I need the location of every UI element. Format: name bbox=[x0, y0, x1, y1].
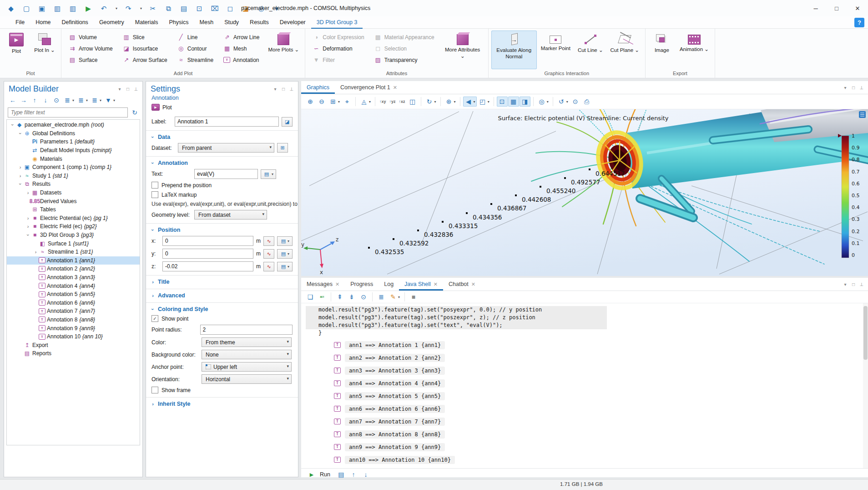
back-button[interactable] bbox=[8, 96, 18, 105]
undo-icon[interactable] bbox=[99, 4, 108, 13]
y-combo-button[interactable] bbox=[277, 249, 293, 259]
marker-point-button[interactable]: Marker Point bbox=[538, 31, 574, 69]
close-tab-icon[interactable] bbox=[471, 281, 475, 287]
show-button[interactable] bbox=[51, 96, 61, 105]
anchor-point-dropdown[interactable]: Upper left bbox=[202, 362, 292, 372]
float-panel-icon[interactable] bbox=[851, 85, 856, 90]
tree-item-pacemaker-electrode-mph[interactable]: pacemaker_electrode.mph(root) bbox=[7, 121, 140, 129]
close-button[interactable] bbox=[847, 0, 868, 16]
z-range-button[interactable] bbox=[263, 262, 274, 271]
tree-filter-input[interactable] bbox=[8, 107, 128, 117]
zoom-in-button[interactable] bbox=[305, 97, 316, 107]
close-tab-icon[interactable] bbox=[335, 281, 339, 287]
view-yz-button[interactable]: yz bbox=[388, 98, 397, 105]
latex-markup-checkbox[interactable] bbox=[151, 191, 158, 198]
tree-item-annotation-7[interactable]: Annotation 7{ann7} bbox=[7, 307, 140, 316]
point-radius-input[interactable] bbox=[200, 325, 293, 335]
zoom-extents-button[interactable] bbox=[342, 97, 353, 107]
tree-expander-icon[interactable] bbox=[25, 215, 31, 221]
ribbon-tab-geometry[interactable]: Geometry bbox=[94, 16, 130, 29]
console-toggle-icon[interactable] bbox=[337, 470, 345, 479]
tree-expander-icon[interactable] bbox=[17, 164, 23, 170]
ribbon-tab-study[interactable]: Study bbox=[219, 16, 244, 29]
tree-item-parameters-1[interactable]: PiParameters 1{default} bbox=[7, 138, 140, 146]
tree-expander-icon[interactable] bbox=[18, 181, 23, 187]
autoformat-button[interactable]: a= bbox=[317, 292, 328, 301]
tree-item-annotation-10[interactable]: Annotation 10{ann 10} bbox=[7, 332, 140, 341]
tree-item-annotation-1[interactable]: Annotation 1{ann1} bbox=[7, 256, 140, 265]
tree-item-study-1[interactable]: Study 1{std 1} bbox=[7, 172, 140, 180]
surface-button[interactable]: Surface bbox=[66, 54, 116, 66]
scroll-top-button[interactable] bbox=[334, 292, 345, 301]
float-panel-icon[interactable] bbox=[125, 87, 131, 92]
z-position-input[interactable] bbox=[162, 261, 253, 271]
help-button[interactable]: ? bbox=[854, 18, 864, 27]
tree-item-tables[interactable]: Tables bbox=[7, 205, 140, 214]
x-range-button[interactable] bbox=[263, 236, 274, 246]
tree-item-annotation-6[interactable]: Annotation 6{ann6} bbox=[7, 298, 140, 307]
tree-item-annotation-5[interactable]: Annotation 5{ann5} bbox=[7, 290, 140, 299]
background-color-dropdown[interactable]: None bbox=[202, 350, 292, 359]
select-box-icon[interactable] bbox=[226, 4, 235, 13]
plot-in-button[interactable]: Plot In ⌄ bbox=[31, 31, 58, 69]
rotate-button[interactable] bbox=[424, 97, 438, 107]
export-log-button[interactable] bbox=[305, 292, 316, 301]
paste-icon[interactable] bbox=[179, 4, 188, 13]
text-expression-button[interactable] bbox=[261, 169, 276, 179]
chevron-down-icon[interactable] bbox=[273, 87, 278, 92]
mesh-button[interactable]: Mesh bbox=[221, 43, 262, 54]
refresh-icon[interactable] bbox=[131, 108, 139, 117]
tree-expander-icon[interactable] bbox=[25, 224, 31, 229]
forward-button[interactable] bbox=[19, 96, 29, 105]
ribbon-tab-results[interactable]: Results bbox=[244, 16, 274, 29]
tree-item-reports[interactable]: Reports bbox=[7, 349, 140, 358]
view-xy-button[interactable]: xy bbox=[378, 98, 388, 105]
run-icon[interactable] bbox=[84, 4, 93, 13]
tree-item-3d-plot-group-3[interactable]: 3D Plot Group 3{pg3} bbox=[7, 231, 140, 240]
float-panel-icon[interactable] bbox=[281, 87, 286, 92]
appearance-button[interactable] bbox=[536, 97, 550, 107]
text-input[interactable] bbox=[194, 169, 258, 179]
float-panel-icon[interactable] bbox=[851, 282, 856, 287]
arrow-volume-button[interactable]: Arrow Volume bbox=[66, 43, 116, 54]
x-combo-button[interactable] bbox=[277, 236, 293, 246]
tree-item-global-definitions[interactable]: Global Definitions bbox=[7, 129, 140, 138]
run-button[interactable]: Run bbox=[320, 471, 330, 478]
more-attributes-button[interactable]: More Attributes ⌄ bbox=[440, 31, 485, 69]
show-frame-checkbox[interactable] bbox=[151, 387, 158, 393]
ribbon-tab-file[interactable]: File bbox=[10, 16, 30, 29]
perspective-button[interactable] bbox=[407, 97, 418, 107]
arrow-surface-button[interactable]: Arrow Surface bbox=[120, 54, 170, 66]
graphics-canvas[interactable]: 0.6445170.4925770.4552400.4426080.436867… bbox=[301, 109, 868, 276]
tree-item-export[interactable]: Export bbox=[7, 341, 140, 349]
streamline-button[interactable]: Streamline bbox=[175, 54, 216, 66]
update-button[interactable] bbox=[556, 97, 570, 107]
z-combo-button[interactable] bbox=[277, 262, 293, 271]
console-tab-log[interactable]: Log bbox=[378, 278, 399, 291]
scroll-bottom-button[interactable] bbox=[346, 292, 357, 301]
section-advanced[interactable]: Advanced bbox=[146, 291, 298, 300]
tree-expander-icon[interactable] bbox=[18, 130, 23, 136]
slice-button[interactable]: Slice bbox=[120, 31, 170, 43]
java-shell-content[interactable]: model.result("pg3").feature(tag).set("po… bbox=[301, 303, 868, 468]
maximize-button[interactable] bbox=[826, 0, 847, 16]
graphics-tab-graphics[interactable]: Graphics bbox=[301, 81, 335, 94]
close-tab-icon[interactable] bbox=[434, 281, 438, 287]
section-coloring-style[interactable]: Coloring and Style bbox=[146, 305, 298, 314]
console-tab-progress[interactable]: Progress bbox=[345, 278, 378, 291]
volume-button[interactable]: Volume bbox=[66, 31, 116, 43]
create-plot-from-dataset-button[interactable] bbox=[277, 143, 288, 153]
ribbon-tab-developer[interactable]: Developer bbox=[274, 16, 311, 29]
prepend-position-checkbox[interactable] bbox=[151, 182, 158, 189]
chevron-down-icon[interactable] bbox=[843, 282, 848, 287]
copy-icon[interactable] bbox=[164, 4, 173, 13]
tree-item-results[interactable]: Results bbox=[7, 180, 140, 189]
section-title[interactable]: Title bbox=[146, 277, 298, 286]
stop-button[interactable] bbox=[408, 292, 419, 301]
pin-icon[interactable] bbox=[133, 87, 139, 92]
tree-item-electric-field-ec[interactable]: Electric Field (ec){pg2} bbox=[7, 222, 140, 231]
zoom-box-button[interactable] bbox=[328, 97, 341, 107]
show-line-button[interactable] bbox=[358, 292, 369, 301]
redo-icon[interactable] bbox=[124, 4, 133, 13]
line-button[interactable]: Line bbox=[175, 31, 216, 43]
